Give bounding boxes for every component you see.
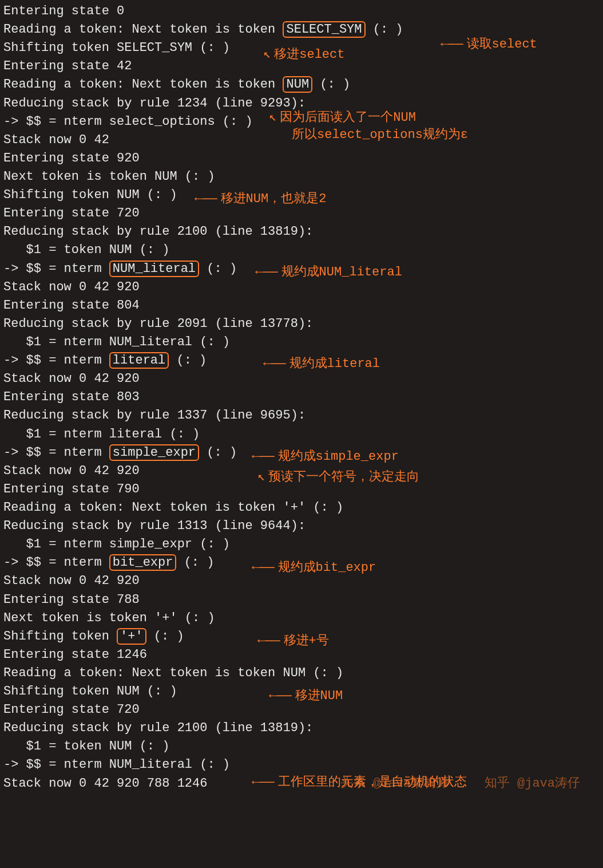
annotation-num-note: ↖因为后面读入了一个NUM — [269, 109, 416, 127]
term-line: Entering state 720 — [3, 701, 600, 719]
term-line: Next token is token NUM (: ) — [3, 168, 600, 186]
term-line: Reducing stack by rule 1337 (line 9695): — [3, 407, 600, 425]
term-line: Entering state 1246 — [3, 646, 600, 664]
term-line: Entering state 42 — [3, 57, 600, 76]
term-line: Reading a token: Next token is token NUM… — [3, 664, 600, 682]
term-line: $1 = token NUM (: ) — [3, 737, 600, 756]
term-line: $1 = token NUM (: ) — [3, 241, 600, 259]
arrow-diag-icon: ↖ — [269, 111, 276, 125]
arrow-left-icon: ←—— — [252, 775, 275, 790]
highlight-num-literal: NUM_literal — [109, 261, 199, 277]
term-line: Entering state 920 — [3, 149, 600, 168]
term-line: -> $$ = nterm NUM_literal (: ) — [3, 756, 600, 774]
highlight-bit-expr: bit_expr — [109, 554, 177, 571]
term-line: Entering state 788 — [3, 591, 600, 609]
watermark-2: 知乎 @java涛仔 — [485, 775, 580, 793]
terminal-output: Entering state 0 Reading a token: Next t… — [0, 0, 603, 795]
arrow-left-icon: ←—— — [263, 357, 286, 371]
term-line: $1 = nterm NUM_literal (: ) — [3, 333, 600, 352]
highlight-plus: '+' — [117, 628, 146, 645]
term-line: Entering state 720 — [3, 204, 600, 223]
highlight-simple-expr: simple_expr — [109, 444, 199, 461]
term-line: Stack now 0 42 — [3, 131, 600, 149]
term-line: Stack now 0 42 920 — [3, 370, 600, 388]
term-line: Reducing stack by rule 1313 (line 9644): — [3, 517, 600, 535]
term-line: Next token is token '+' (: ) — [3, 609, 600, 628]
term-line: Entering state 804 — [3, 297, 600, 315]
term-line: Stack now 0 42 920 — [3, 572, 600, 590]
highlight-num: NUM — [283, 76, 312, 93]
term-line: Reading a token: Next token is token NUM… — [3, 76, 600, 94]
term-line: Entering state 790 — [3, 480, 600, 499]
watermark-1: 头条 @Java架构师 — [340, 775, 449, 793]
term-line: Entering state 0 — [3, 2, 600, 21]
term-line: $1 = nterm literal (: ) — [3, 425, 600, 444]
term-line: Reducing stack by rule 2100 (line 13819)… — [3, 719, 600, 737]
arrow-left-icon: ←—— — [255, 265, 278, 279]
term-line: Stack now 0 42 920 — [3, 462, 600, 480]
term-line: Stack now 0 42 920 — [3, 278, 600, 297]
term-line: Reading a token: Next token is token '+'… — [3, 499, 600, 517]
term-line: Entering state 803 — [3, 388, 600, 407]
term-line: $1 = nterm simple_expr (: ) — [3, 535, 600, 554]
term-line: Reducing stack by rule 2091 (line 13778)… — [3, 315, 600, 333]
term-line: Reducing stack by rule 2100 (line 13819)… — [3, 223, 600, 241]
highlight-select-sym: SELECT_SYM — [283, 21, 365, 38]
highlight-literal: literal — [109, 352, 169, 369]
